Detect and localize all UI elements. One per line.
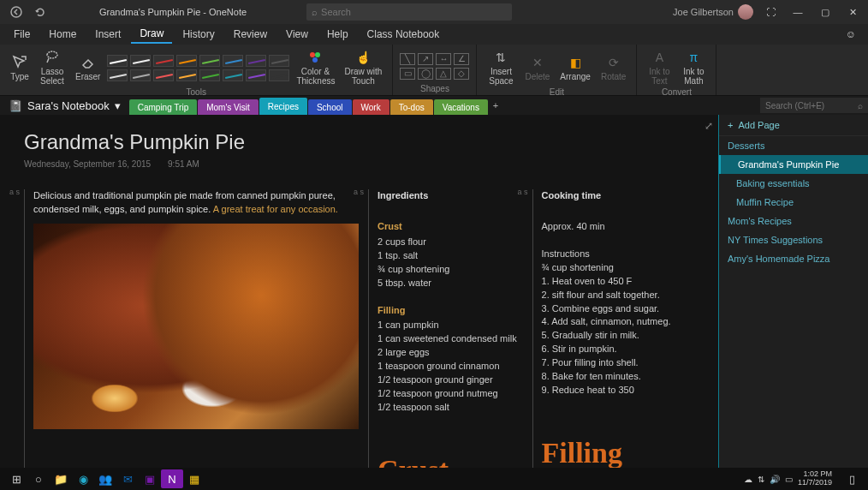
color-thickness-button[interactable]: Color & Thickness [293,48,337,87]
taskbar-onenote[interactable]: ▣ [139,469,161,488]
action-center-button[interactable]: ▯ [841,469,863,488]
pen-15[interactable] [269,69,289,81]
pen-14[interactable] [246,69,266,81]
pen-7[interactable] [269,55,289,67]
page-item-baking-essentials[interactable]: Baking essentials [719,174,868,193]
user-account[interactable]: Joe Gilbertson [673,4,753,20]
pen-5[interactable] [223,55,243,67]
section-tab-to-dos[interactable]: To-dos [390,99,433,115]
menu-class-notebook[interactable]: Class Notebook [359,26,449,43]
page-canvas[interactable]: ⤢ Grandma's Pumpkin Pie Wednesday, Septe… [0,115,718,468]
section-tab-work[interactable]: Work [353,99,389,115]
page-item-mom-s-recipes[interactable]: Mom's Recipes [719,212,868,230]
taskbar-clock[interactable]: 1:02 PM 11/7/2019 [798,470,835,487]
draw-touch-button[interactable]: ☝Draw with Touch [341,48,385,87]
edit-group-label: Edit [484,87,629,97]
page-item-ny-times-suggestions[interactable]: NY Times Suggestions [719,230,868,249]
delete-button[interactable]: ✕Delete [521,53,553,83]
undo-button[interactable] [33,4,48,20]
expand-page-button[interactable]: ⤢ [705,120,713,132]
pen-12[interactable] [199,69,220,81]
menu-help[interactable]: Help [318,26,357,43]
section-tab-recipes[interactable]: Recipes [259,98,307,115]
maximize-button[interactable]: ▢ [815,2,835,22]
pen-9[interactable] [130,69,151,81]
pen-3[interactable] [176,55,197,67]
global-search[interactable]: ⌕ [306,3,512,21]
ribbon: Type Lasso Select Eraser Color & Thickne… [0,45,868,96]
pen-0[interactable] [107,55,128,67]
shape-triangle[interactable]: △ [436,68,451,80]
notebook-selector[interactable]: 📓 Sara's Notebook ▾ [0,99,129,112]
minimize-button[interactable]: — [788,2,808,22]
menu-review[interactable]: Review [225,26,276,43]
type-label: Type [10,72,29,81]
shape-double-arrow[interactable]: ↔ [436,53,451,65]
tray-network-icon[interactable]: ⇅ [758,475,764,484]
shape-ellipse[interactable]: ◯ [418,68,433,80]
notebook-search[interactable]: ⌕ [760,98,868,113]
start-button[interactable]: ⊞ [5,469,27,488]
menu-file[interactable]: File [5,26,39,43]
section-tab-school[interactable]: School [308,99,352,115]
taskbar-onenote-win[interactable]: N [161,469,183,488]
pen-4[interactable] [199,55,220,67]
eraser-button[interactable]: Eraser [72,53,104,83]
taskbar-explorer[interactable]: 📁 [50,469,72,488]
arrange-button[interactable]: ◧Arrange [556,53,594,83]
shape-diamond[interactable]: ◇ [454,68,469,80]
menu-draw[interactable]: Draw [131,25,172,44]
add-page-button[interactable]: +Add Page [719,115,868,136]
rotate-label: Rotate [601,72,626,81]
ribbon-display-button[interactable]: ⛶ [760,2,781,22]
section-tab-vacations[interactable]: Vacations [434,99,488,115]
page-item-muffin-recipe[interactable]: Muffin Recipe [719,193,868,212]
window-title: Grandma's Pumpkin Pie - OneNote [99,7,247,17]
taskbar-outlook[interactable]: ✉ [116,469,139,488]
page-item-grandma-s-pumpkin-pie[interactable]: Grandma's Pumpkin Pie [719,155,868,174]
section-tab-camping-trip[interactable]: Camping Trip [129,99,197,115]
close-button[interactable]: ✕ [842,2,863,22]
insert-space-button[interactable]: ⇅Insert Space [484,48,518,87]
ink-to-text-button[interactable]: AInk to Text [644,48,675,87]
menu-home[interactable]: Home [40,26,85,43]
delete-label: Delete [525,72,550,81]
section-tab-mom-s-visit[interactable]: Mom's Visit [198,99,259,115]
taskbar-search[interactable]: ○ [27,469,50,488]
page-item-amy-s-homemade-pizza[interactable]: Amy's Homemade Pizza [719,249,868,268]
taskbar-sticky[interactable]: ▦ [183,469,205,488]
tray-battery-icon[interactable]: ▭ [785,475,793,484]
page-item-desserts[interactable]: Desserts [719,136,868,155]
menu-insert[interactable]: Insert [86,26,129,43]
shape-line[interactable]: ╲ [400,53,415,65]
shape-arrow[interactable]: ↗ [418,53,433,65]
pen-10[interactable] [153,69,174,81]
pen-8[interactable] [107,69,128,81]
tray-onedrive-icon[interactable]: ☁ [744,475,752,484]
shape-angle[interactable]: ∠ [454,53,469,65]
page-title[interactable]: Grandma's Pumpkin Pie [24,130,694,154]
ink-to-math-button[interactable]: πInk to Math [678,48,709,87]
pen-13[interactable] [223,69,243,81]
notebook-search-input[interactable] [765,101,858,111]
filling-heading: Filling [378,304,522,318]
taskbar-teams[interactable]: 👥 [94,469,116,488]
pen-11[interactable] [176,69,197,81]
menu-view[interactable]: View [277,26,317,43]
pen-6[interactable] [246,55,266,67]
back-button[interactable] [9,4,24,20]
global-search-input[interactable] [321,7,507,17]
list-item: 1 teaspoon ground cinnamon [378,360,522,373]
rotate-button[interactable]: ⟳Rotate [597,53,629,83]
menu-history[interactable]: History [174,26,223,43]
feedback-icon[interactable]: ☺ [846,28,863,40]
lasso-select-button[interactable]: Lasso Select [36,48,68,87]
pen-1[interactable] [130,55,151,67]
type-button[interactable]: Type [7,53,33,83]
add-section-button[interactable]: + [488,98,503,113]
lasso-label: Lasso Select [39,67,65,86]
shape-rect[interactable]: ▭ [400,68,415,80]
pen-2[interactable] [153,55,174,67]
taskbar-edge[interactable]: ◉ [72,469,94,488]
tray-sound-icon[interactable]: 🔊 [770,475,780,484]
